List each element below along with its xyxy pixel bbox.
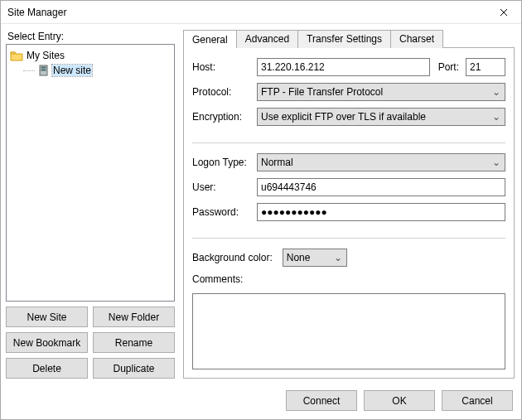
user-input[interactable] [257,178,505,196]
logon-type-select[interactable]: Normal ⌄ [257,153,505,171]
rename-button[interactable]: Rename [93,332,175,353]
tab-body: Host: Port: Protocol: FTP - File Transfe… [183,48,515,379]
bgcolor-value: None [287,252,331,263]
dialog-footer: Connect OK Cancel [1,384,521,419]
protocol-label: Protocol: [192,86,250,98]
new-bookmark-button[interactable]: New Bookmark [6,332,88,353]
tree-root-item[interactable]: My Sites [8,48,172,63]
delete-button[interactable]: Delete [6,358,88,379]
tab-charset[interactable]: Charset [390,30,443,48]
chevron-down-icon: ⌄ [490,111,503,123]
comments-label: Comments: [192,273,505,285]
port-input[interactable] [466,58,505,76]
host-label: Host: [192,61,250,73]
logon-type-value: Normal [261,157,490,168]
left-panel: Select Entry: My Sites New site New Site… [6,29,175,379]
chevron-down-icon: ⌄ [490,157,503,168]
logon-type-label: Logon Type: [192,157,250,168]
bgcolor-select[interactable]: None ⌄ [283,249,347,267]
port-label: Port: [438,61,459,73]
password-label: Password: [192,206,250,218]
ok-button[interactable]: OK [364,390,435,411]
connect-button[interactable]: Connect [286,390,357,411]
close-icon [500,8,508,17]
chevron-down-icon: ⌄ [490,86,503,98]
tree-root-label: My Sites [27,50,65,61]
titlebar: Site Manager [1,1,521,24]
encryption-value: Use explicit FTP over TLS if available [261,111,490,123]
protocol-select[interactable]: FTP - File Transfer Protocol ⌄ [257,83,505,101]
user-label: User: [192,181,250,193]
close-button[interactable] [486,2,521,23]
protocol-value: FTP - File Transfer Protocol [261,86,490,98]
new-site-button[interactable]: New Site [6,307,88,327]
window-title: Site Manager [7,7,486,18]
entry-buttons: New Site New Folder New Bookmark Rename … [6,307,175,379]
encryption-label: Encryption: [192,111,250,123]
svg-rect-2 [41,70,46,71]
encryption-select[interactable]: Use explicit FTP over TLS if available ⌄ [257,108,505,126]
bgcolor-label: Background color: [192,252,273,263]
password-input[interactable] [257,203,505,221]
svg-rect-1 [41,67,46,69]
host-input[interactable] [257,58,430,76]
new-folder-button[interactable]: New Folder [93,307,175,327]
tree-site-item[interactable]: New site [8,63,172,78]
folder-icon [10,50,23,61]
duplicate-button[interactable]: Duplicate [93,358,175,379]
select-entry-label: Select Entry: [7,31,175,42]
separator [192,142,505,143]
tree-site-label: New site [52,65,92,76]
separator [192,238,505,239]
chevron-down-icon: ⌄ [331,252,345,263]
right-panel: General Advanced Transfer Settings Chars… [183,29,515,379]
tab-general[interactable]: General [183,30,237,48]
tab-transfer-settings[interactable]: Transfer Settings [297,30,391,48]
server-icon [38,65,49,76]
tab-advanced[interactable]: Advanced [236,30,298,48]
entry-tree[interactable]: My Sites New site [6,44,175,302]
tab-strip: General Advanced Transfer Settings Chars… [183,29,515,48]
comments-input[interactable] [192,293,505,369]
cancel-button[interactable]: Cancel [442,390,513,411]
